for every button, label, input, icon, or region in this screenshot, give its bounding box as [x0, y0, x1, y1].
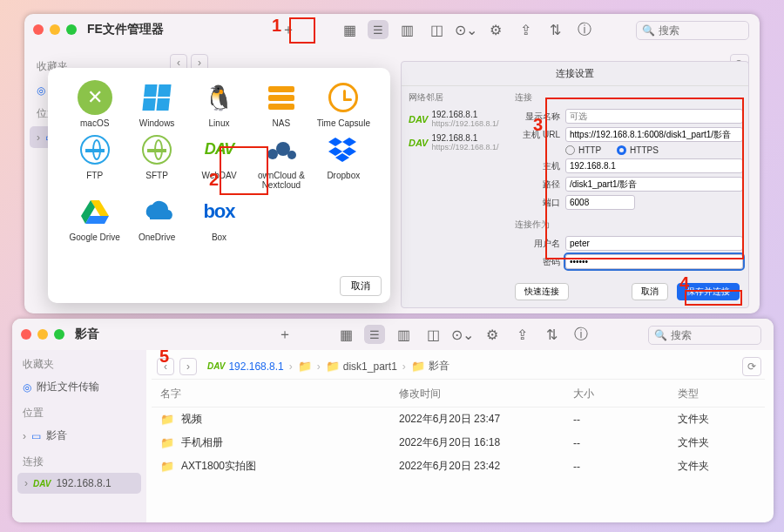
toolbar: ＋ ▦ ☰ ▥ ◫ ⊙⌄ ⚙ ⇪ ⇅ ⓘ — [274, 324, 592, 345]
table-row[interactable]: 📁视频 2022年6月20日 23:47 -- 文件夹 — [152, 407, 765, 431]
step-1-box — [289, 17, 315, 44]
conn-sftp[interactable]: SFTP — [125, 132, 187, 191]
columns-view-icon[interactable]: ▥ — [395, 19, 418, 40]
conn-onedrive[interactable]: OneDrive — [125, 194, 187, 243]
step-1-label: 1 — [272, 16, 281, 36]
step-3-box — [545, 98, 744, 259]
folder-icon: 📁 — [298, 360, 312, 373]
crumb-root[interactable]: DAV192.168.8.1 — [207, 360, 284, 373]
conn-dropbox[interactable]: Dropbox — [313, 132, 375, 191]
nav-fwd-button[interactable]: › — [179, 358, 197, 375]
window-controls — [33, 24, 77, 35]
info-icon[interactable]: ⓘ — [570, 324, 592, 345]
conn-nas[interactable]: NAS — [250, 80, 312, 129]
ftp-icon — [80, 135, 110, 165]
list-view-icon[interactable]: ☰ — [364, 325, 385, 344]
fullscreen-icon[interactable] — [54, 329, 64, 340]
path-bar: ‹ › DAV192.168.8.1 › 📁 › 📁disk1_part1 › … — [152, 354, 765, 380]
chevron-right-icon: › — [23, 430, 26, 442]
linux-icon: 🐧 — [201, 80, 236, 115]
share-icon[interactable]: ⇪ — [510, 324, 533, 345]
fullscreen-icon[interactable] — [66, 24, 77, 35]
browser-window: 影音 ＋ ▦ ☰ ▥ ◫ ⊙⌄ ⚙ ⇪ ⇅ ⓘ 🔍 收藏夹 ◎附近文件传输 位置… — [12, 319, 774, 522]
conn-ftp[interactable]: FTP — [64, 132, 125, 191]
sidebar-sec-loc: 位置 — [12, 399, 146, 424]
minimize-icon[interactable] — [50, 24, 60, 35]
owncloud-icon — [264, 132, 299, 167]
close-icon[interactable] — [33, 24, 44, 35]
quick-connect-button[interactable]: 快速连接 — [515, 283, 569, 300]
webdav-icon: DAV — [33, 479, 51, 488]
popover-cancel-button[interactable]: 取消 — [340, 276, 382, 296]
info-icon[interactable]: ⓘ — [573, 19, 596, 40]
timecapsule-icon — [328, 83, 358, 112]
more-menu-icon[interactable]: ⊙⌄ — [451, 324, 474, 345]
share-icon[interactable]: ⇪ — [514, 19, 537, 40]
conn-gdrive[interactable]: Google Drive — [64, 194, 125, 243]
grid-view-icon[interactable]: ▦ — [335, 324, 357, 345]
col-mtime[interactable]: 修改时间 — [399, 387, 573, 401]
table-row[interactable]: 📁手机相册 2022年6月20日 16:18 -- 文件夹 — [152, 431, 765, 455]
add-button[interactable]: ＋ — [274, 324, 296, 345]
crumb-disk[interactable]: 📁disk1_part1 — [326, 360, 397, 373]
sidebar-item-connection[interactable]: ›DAV192.168.8.1 — [17, 473, 141, 494]
refresh-button[interactable]: ⟳ — [742, 357, 761, 376]
folder-icon: 📁 — [411, 360, 425, 373]
panel-left: 网络邻居 DAV 192.168.8.1https://192.168.8.1/… — [407, 88, 508, 154]
conn-linux[interactable]: 🐧Linux — [188, 80, 250, 129]
box-icon: box — [203, 200, 234, 223]
webdav-icon: DAV — [409, 114, 428, 125]
search-input[interactable] — [671, 329, 760, 341]
close-icon[interactable] — [21, 329, 31, 340]
step-3-label: 3 — [533, 115, 543, 135]
columns-view-icon[interactable]: ▥ — [392, 324, 415, 345]
macos-icon: ✕ — [78, 80, 112, 115]
conn-timecapsule[interactable]: Time Capsule — [313, 80, 375, 129]
chevron-right-icon: › — [289, 360, 293, 373]
split-view-icon[interactable]: ◫ — [425, 19, 448, 40]
crumb-folder[interactable]: 📁影音 — [411, 359, 449, 374]
settings-icon[interactable]: ⚙ — [481, 324, 504, 345]
more-menu-icon[interactable]: ⊙⌄ — [455, 19, 477, 40]
gdrive-icon — [78, 194, 112, 229]
sort-icon[interactable]: ⇅ — [540, 324, 563, 345]
search-field[interactable]: 🔍 — [648, 326, 761, 345]
svg-marker-3 — [328, 138, 342, 146]
grid-view-icon[interactable]: ▦ — [338, 19, 361, 40]
airdrop-icon: ◎ — [23, 381, 31, 394]
step-2-box — [220, 146, 268, 195]
window-title: 影音 — [75, 327, 99, 342]
svg-point-2 — [287, 151, 296, 159]
window-controls — [21, 329, 64, 340]
settings-icon[interactable]: ⚙ — [484, 19, 507, 40]
col-name[interactable]: 名字 — [160, 387, 399, 401]
chevron-right-icon: › — [317, 360, 321, 373]
sort-icon[interactable]: ⇅ — [544, 19, 566, 40]
conn-macos[interactable]: ✕macOS — [64, 80, 125, 129]
panel-cancel-button[interactable]: 取消 — [632, 283, 668, 300]
chevron-right-icon: › — [24, 477, 28, 489]
table-row[interactable]: 📁AXT1800实拍图 2022年6月20日 23:42 -- 文件夹 — [152, 455, 765, 478]
onedrive-icon — [139, 194, 174, 229]
table-header: 名字 修改时间 大小 类型 — [152, 381, 765, 407]
neighbor-item[interactable]: DAV 192.168.8.1https://192.168.8.1/ — [407, 131, 508, 154]
file-table: 名字 修改时间 大小 类型 📁视频 2022年6月20日 23:47 -- 文件… — [152, 381, 765, 478]
step-4-box — [685, 290, 742, 306]
minimize-icon[interactable] — [37, 329, 48, 340]
search-input[interactable] — [659, 24, 748, 37]
list-view-icon[interactable]: ☰ — [368, 20, 389, 39]
col-kind[interactable]: 类型 — [678, 387, 756, 401]
windows-icon — [143, 84, 172, 111]
folder-icon: 📁 — [160, 460, 174, 473]
conn-box[interactable]: boxBox — [188, 194, 250, 243]
conn-windows[interactable]: Windows — [125, 80, 187, 129]
neighbor-item[interactable]: DAV 192.168.8.1https://192.168.8.1/ — [407, 107, 508, 131]
webdav-icon: DAV — [207, 361, 225, 371]
airdrop-icon: ◎ — [37, 84, 45, 97]
sidebar-item-airdrop[interactable]: ◎附近文件传输 — [12, 375, 146, 399]
search-field[interactable]: 🔍 — [636, 21, 749, 40]
sidebar-item-video[interactable]: ›▭影音 — [12, 424, 146, 448]
svg-point-0 — [267, 149, 278, 159]
split-view-icon[interactable]: ◫ — [422, 324, 444, 345]
col-size[interactable]: 大小 — [573, 387, 678, 401]
